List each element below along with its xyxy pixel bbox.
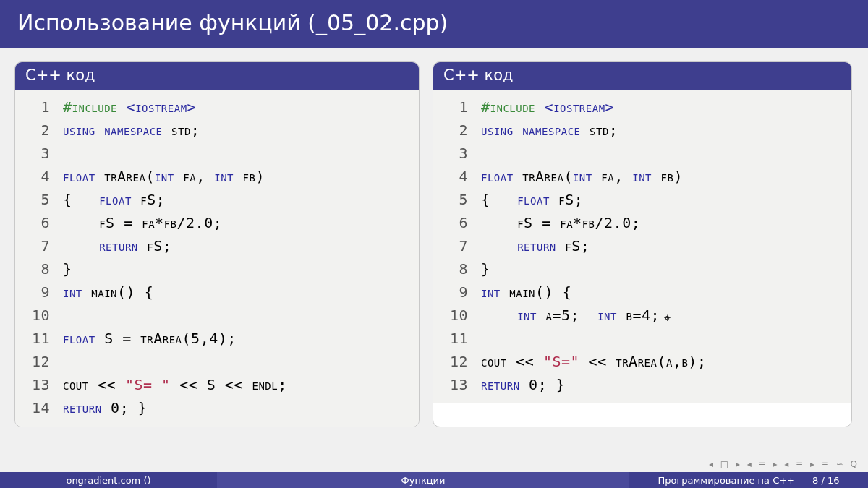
code-line: 12cout << "S=" << trArea(a,b);: [442, 350, 843, 373]
code-line: 4float trArea(int fa, int fb): [442, 165, 843, 188]
line-number: 11: [24, 327, 50, 350]
line-number: 7: [442, 234, 468, 257]
line-number: 1: [24, 95, 50, 119]
code-content: return fS;: [63, 234, 171, 257]
code-line: 6 fS = fa*fb/2.0;: [442, 211, 843, 234]
line-number: 8: [442, 257, 468, 281]
code-content: #include <iostream>: [63, 95, 196, 119]
code-line: 13return 0; }: [442, 373, 843, 396]
code-content: int a=5; int b=4;: [481, 304, 660, 327]
line-number: 5: [24, 188, 50, 211]
line-number: 9: [24, 281, 50, 304]
code-line: 2using namespace std;: [442, 119, 843, 142]
line-number: 2: [442, 119, 468, 142]
nav-symbols: ◂ □ ▸ ◂ ≡ ▸ ◂ ≡ ▸ ≡ ∽ Q: [709, 459, 859, 469]
panel-header-right: C++ код: [433, 62, 851, 90]
code-line: 1#include <iostream>: [24, 95, 410, 119]
line-number: 3: [24, 142, 50, 165]
line-number: 8: [24, 257, 50, 281]
code-line: 3: [442, 142, 843, 165]
code-content: cout << "S= " << S << endl;: [63, 373, 287, 396]
code-line: 5{ float fS;: [442, 188, 843, 211]
code-line: 11float S = trArea(5,4);: [24, 327, 410, 350]
code-content: int main() {: [481, 281, 571, 304]
line-number: 1: [442, 95, 468, 119]
footer-page: 8 / 16: [812, 475, 839, 486]
code-content: }: [63, 257, 72, 281]
code-line: 6 fS = fa*fb/2.0;: [24, 211, 410, 234]
code-line: 4float trArea(int fa, int fb): [24, 165, 410, 188]
footer-course: Программирование на C++: [658, 475, 795, 486]
code-content: float S = trArea(5,4);: [63, 327, 237, 350]
footer-right: Программирование на C++ 8 / 16: [629, 472, 868, 488]
slide-title: Использование функций (_05_02.cpp): [0, 0, 868, 48]
code-content: return 0; }: [481, 373, 565, 396]
line-number: 12: [24, 350, 50, 373]
line-number: 4: [24, 165, 50, 188]
code-line: 10 int a=5; int b=4;: [442, 304, 843, 327]
code-content: return fS;: [481, 234, 590, 257]
line-number: 10: [442, 304, 468, 327]
line-number: 10: [24, 304, 50, 327]
line-number: 3: [442, 142, 468, 165]
code-line: 9int main() {: [442, 281, 843, 304]
code-content: { float fS;: [481, 188, 583, 211]
line-number: 14: [24, 396, 50, 419]
code-line: 1#include <iostream>: [442, 95, 843, 119]
code-content: cout << "S=" << trArea(a,b);: [481, 350, 706, 373]
line-number: 11: [442, 327, 468, 350]
code-content: int main() {: [63, 281, 153, 304]
slide-footer: ongradient.com () Функции Программирован…: [0, 472, 868, 488]
code-line: 7 return fS;: [442, 234, 843, 257]
code-line: 11: [442, 327, 843, 350]
line-number: 2: [24, 119, 50, 142]
code-content: float trArea(int fa, int fb): [63, 165, 265, 188]
line-number: 13: [442, 373, 468, 396]
line-number: 9: [442, 281, 468, 304]
code-content: using namespace std;: [481, 119, 618, 142]
code-block-left: 1#include <iostream>2using namespace std…: [15, 90, 419, 427]
line-number: 6: [24, 211, 50, 234]
line-number: 12: [442, 350, 468, 373]
line-number: 7: [24, 234, 50, 257]
code-content: using namespace std;: [63, 119, 200, 142]
code-content: }: [481, 257, 490, 281]
code-line: 8}: [442, 257, 843, 281]
line-number: 5: [442, 188, 468, 211]
code-line: 12: [24, 350, 410, 373]
slide-content: C++ код 1#include <iostream>2using names…: [0, 48, 868, 427]
code-content: return 0; }: [63, 396, 147, 419]
code-line: 2using namespace std;: [24, 119, 410, 142]
code-line: 3: [24, 142, 410, 165]
code-line: 10: [24, 304, 410, 327]
footer-center: Функции: [217, 472, 629, 488]
code-line: 8}: [24, 257, 410, 281]
line-number: 4: [442, 165, 468, 188]
line-number: 6: [442, 211, 468, 234]
code-line: 13cout << "S= " << S << endl;: [24, 373, 410, 396]
code-line: 7 return fS;: [24, 234, 410, 257]
code-content: fS = fa*fb/2.0;: [481, 211, 640, 234]
code-line: 9int main() {: [24, 281, 410, 304]
line-number: 13: [24, 373, 50, 396]
code-block-right: 1#include <iostream>2using namespace std…: [433, 90, 851, 403]
footer-left: ongradient.com (): [0, 472, 217, 488]
code-line: 5{ float fS;: [24, 188, 410, 211]
code-panel-right: C++ код 1#include <iostream>2using names…: [433, 61, 852, 427]
panel-header-left: C++ код: [15, 62, 419, 90]
code-content: #include <iostream>: [481, 95, 614, 119]
code-content: fS = fa*fb/2.0;: [63, 211, 222, 234]
code-content: { float fS;: [63, 188, 165, 211]
code-panel-left: C++ код 1#include <iostream>2using names…: [14, 61, 420, 427]
code-content: float trArea(int fa, int fb): [481, 165, 683, 188]
code-line: 14return 0; }: [24, 396, 410, 419]
